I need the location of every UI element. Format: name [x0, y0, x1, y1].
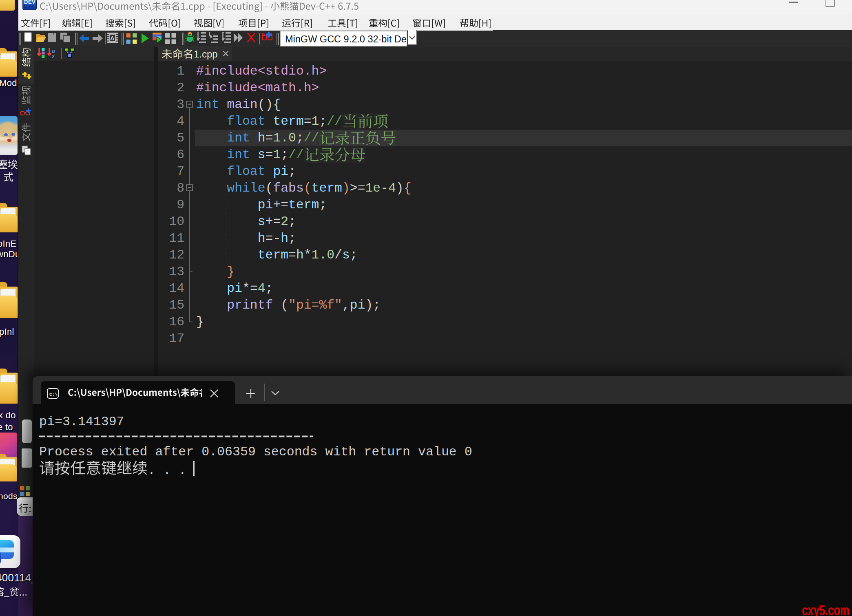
svg-text:C:\: C:\ [49, 392, 58, 397]
svg-text:z: z [51, 53, 55, 58]
svg-text:A: A [110, 35, 115, 42]
